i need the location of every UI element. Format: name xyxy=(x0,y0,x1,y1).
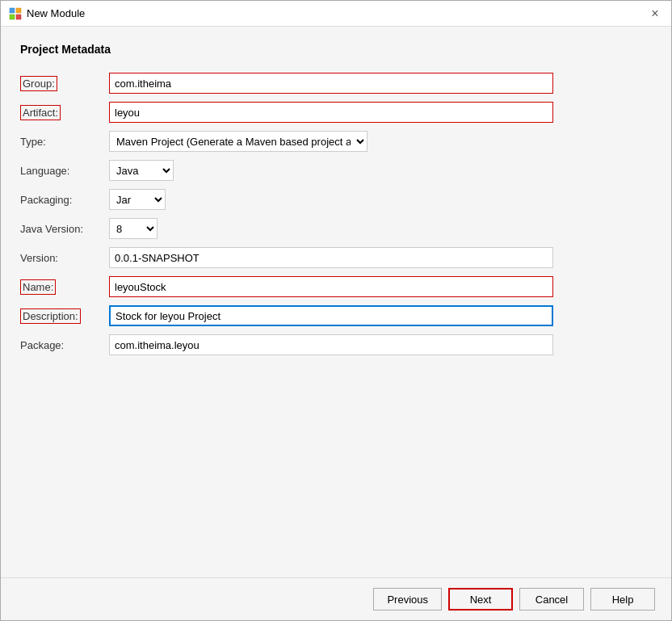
description-label: Description: xyxy=(20,304,109,329)
form-grid: Group: Artifact: Type: Maven Project (Ge… xyxy=(20,69,652,359)
package-control xyxy=(109,330,652,359)
svg-rect-0 xyxy=(10,8,15,13)
version-input[interactable] xyxy=(109,247,553,268)
group-input[interactable] xyxy=(109,73,553,94)
java-version-select[interactable]: 8 11 17 xyxy=(109,218,158,239)
name-label: Name: xyxy=(20,275,109,300)
type-select[interactable]: Maven Project (Generate a Maven based pr… xyxy=(109,131,368,152)
packaging-control: Jar War xyxy=(109,185,652,214)
svg-rect-1 xyxy=(16,8,21,13)
name-input[interactable] xyxy=(109,276,553,297)
artifact-control xyxy=(109,98,652,127)
cancel-button[interactable]: Cancel xyxy=(519,588,584,611)
next-button[interactable]: Next xyxy=(448,588,513,611)
packaging-select[interactable]: Jar War xyxy=(109,189,166,210)
dialog-title: New Module xyxy=(27,7,85,19)
dialog-footer: Previous Next Cancel Help xyxy=(1,577,671,620)
svg-rect-3 xyxy=(16,15,21,19)
help-button[interactable]: Help xyxy=(590,588,655,611)
dialog-content: Project Metadata Group: Artifact: Type: … xyxy=(1,27,671,577)
type-control: Maven Project (Generate a Maven based pr… xyxy=(109,127,652,156)
type-label: Type: xyxy=(20,131,109,153)
previous-button[interactable]: Previous xyxy=(373,588,442,611)
artifact-label: Artifact: xyxy=(20,100,109,125)
module-icon xyxy=(9,7,22,20)
group-label: Group: xyxy=(20,71,109,96)
title-bar-left: New Module xyxy=(9,7,85,20)
group-control xyxy=(109,69,652,98)
title-bar: New Module × xyxy=(1,1,671,27)
language-control: Java Kotlin Groovy xyxy=(109,156,652,185)
language-label: Language: xyxy=(20,160,109,182)
version-control xyxy=(109,243,652,272)
name-control xyxy=(109,272,652,301)
section-title: Project Metadata xyxy=(20,43,652,56)
java-version-label: Java Version: xyxy=(20,218,109,240)
language-select[interactable]: Java Kotlin Groovy xyxy=(109,160,174,181)
description-input[interactable] xyxy=(109,305,553,326)
version-label: Version: xyxy=(20,247,109,269)
packaging-label: Packaging: xyxy=(20,189,109,211)
svg-rect-2 xyxy=(10,15,15,19)
package-input[interactable] xyxy=(109,334,553,355)
close-button[interactable]: × xyxy=(647,6,663,22)
artifact-input[interactable] xyxy=(109,102,553,123)
new-module-dialog: New Module × Project Metadata Group: Art… xyxy=(0,0,672,621)
java-version-control: 8 11 17 xyxy=(109,214,652,243)
description-control xyxy=(109,301,652,330)
package-label: Package: xyxy=(20,334,109,356)
